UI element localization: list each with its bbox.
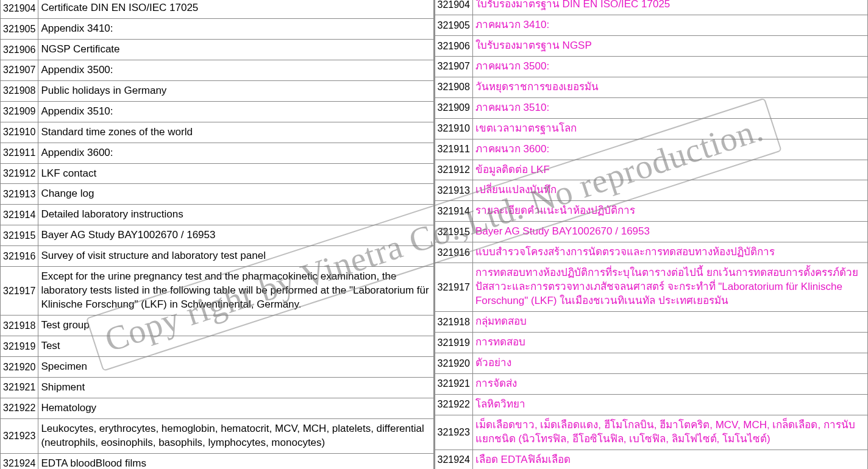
row-text: การทดสอบทางห้องปฏิบัติการที่ระบุในตารางต… bbox=[472, 263, 867, 312]
row-id: 321923 bbox=[1, 418, 38, 453]
row-id: 321915 bbox=[435, 222, 472, 242]
table-row[interactable]: 321923เม็ดเลือดขาว, เม็ดเลือดแดง, ฮีโมโก… bbox=[435, 415, 868, 450]
row-id: 321918 bbox=[435, 312, 472, 333]
row-id: 321914 bbox=[1, 205, 38, 225]
table-row[interactable]: 321920Specimen bbox=[1, 356, 434, 377]
row-text: เขตเวลามาตรฐานโลก bbox=[472, 118, 867, 139]
table-row[interactable]: 321907Appendix 3500: bbox=[1, 60, 434, 80]
row-text: Change log bbox=[38, 184, 433, 205]
table-row[interactable]: 321907ภาคผนวก 3500: bbox=[435, 56, 868, 77]
table-row[interactable]: 321910เขตเวลามาตรฐานโลก bbox=[435, 118, 868, 139]
table-row[interactable]: 321906ใบรับรองมาตรฐาน NGSP bbox=[435, 35, 868, 56]
row-text: LKF contact bbox=[38, 163, 433, 184]
table-row[interactable]: 321922โลหิตวิทยา bbox=[435, 394, 868, 415]
row-id: 321910 bbox=[1, 122, 38, 143]
left-table: 321904Certificate DIN EN ISO/IEC 1702532… bbox=[0, 0, 434, 469]
row-text: ใบรับรองมาตรฐาน DIN EN ISO/IEC 17025 bbox=[472, 0, 867, 15]
row-text: Appendix 3410: bbox=[38, 18, 433, 39]
row-text: ภาคผนวก 3410: bbox=[472, 15, 867, 35]
row-id: 321909 bbox=[435, 97, 472, 118]
row-id: 321921 bbox=[1, 377, 38, 398]
table-row[interactable]: 321918กลุ่มทดสอบ bbox=[435, 312, 868, 333]
row-id: 321920 bbox=[435, 353, 472, 373]
row-text: ตัวอย่าง bbox=[472, 353, 867, 373]
table-row[interactable]: 321921Shipment bbox=[1, 377, 434, 398]
row-id: 321909 bbox=[1, 101, 38, 122]
right-table: 321904ใบรับรองมาตรฐาน DIN EN ISO/IEC 170… bbox=[435, 0, 869, 469]
table-row[interactable]: 321919Test bbox=[1, 336, 434, 356]
table-row[interactable]: 321908Public holidays in Germany bbox=[1, 80, 434, 101]
row-text: ใบรับรองมาตรฐาน NGSP bbox=[472, 35, 867, 56]
row-id: 321905 bbox=[435, 15, 472, 35]
table-row[interactable]: 321916แบบสำรวจโครงสร้างการนัดตรวจและการท… bbox=[435, 242, 868, 263]
row-text: Public holidays in Germany bbox=[38, 80, 433, 101]
table-row[interactable]: 321912LKF contact bbox=[1, 163, 434, 184]
table-row[interactable]: 321910Standard time zones of the world bbox=[1, 122, 434, 143]
table-row[interactable]: 321904ใบรับรองมาตรฐาน DIN EN ISO/IEC 170… bbox=[435, 0, 868, 15]
right-pane[interactable]: 321904ใบรับรองมาตรฐาน DIN EN ISO/IEC 170… bbox=[435, 0, 869, 469]
row-id: 321907 bbox=[1, 60, 38, 80]
row-text: ภาคผนวก 3600: bbox=[472, 139, 867, 160]
table-row[interactable]: 321921การจัดส่ง bbox=[435, 373, 868, 394]
row-id: 321917 bbox=[1, 267, 38, 316]
table-row[interactable]: 321917Except for the urine pregnancy tes… bbox=[1, 267, 434, 316]
row-id: 321916 bbox=[1, 246, 38, 267]
row-id: 321911 bbox=[1, 143, 38, 163]
table-row[interactable]: 321923Leukocytes, erythrocytes, hemoglob… bbox=[1, 418, 434, 453]
row-id: 321914 bbox=[435, 201, 472, 222]
table-row[interactable]: 321918Test group bbox=[1, 316, 434, 336]
row-text: Appendix 3500: bbox=[38, 60, 433, 80]
row-id: 321917 bbox=[435, 263, 472, 312]
table-row[interactable]: 321905Appendix 3410: bbox=[1, 18, 434, 39]
row-id: 321916 bbox=[435, 242, 472, 263]
row-text: การจัดส่ง bbox=[472, 373, 867, 394]
table-row[interactable]: 321909Appendix 3510: bbox=[1, 101, 434, 122]
table-row[interactable]: 321919การทดสอบ bbox=[435, 332, 868, 353]
row-id: 321915 bbox=[1, 225, 38, 246]
table-row[interactable]: 321922Hematology bbox=[1, 398, 434, 418]
table-row[interactable]: 321909ภาคผนวก 3510: bbox=[435, 97, 868, 118]
table-row[interactable]: 321912ข้อมูลติดต่อ LKF bbox=[435, 160, 868, 180]
row-text: เลือด EDTAฟิล์มเลือด bbox=[472, 450, 867, 469]
table-row[interactable]: 321911Appendix 3600: bbox=[1, 143, 434, 163]
row-id: 321921 bbox=[435, 373, 472, 394]
table-row[interactable]: 321920ตัวอย่าง bbox=[435, 353, 868, 373]
table-row[interactable]: 321908วันหยุดราชการของเยอรมัน bbox=[435, 77, 868, 97]
row-text: เปลี่ยนแปลงบันทึก bbox=[472, 180, 867, 201]
row-id: 321913 bbox=[435, 180, 472, 201]
row-text: แบบสำรวจโครงสร้างการนัดตรวจและการทดสอบทา… bbox=[472, 242, 867, 263]
table-row[interactable]: 321924EDTA bloodBlood films bbox=[1, 453, 434, 469]
row-text: NGSP Certificate bbox=[38, 39, 433, 60]
row-id: 321923 bbox=[435, 415, 472, 450]
table-row[interactable]: 321917การทดสอบทางห้องปฏิบัติการที่ระบุใน… bbox=[435, 263, 868, 312]
table-row[interactable]: 321915Bayer AG Study BAY1002670 / 16953 bbox=[435, 222, 868, 242]
row-id: 321913 bbox=[1, 184, 38, 205]
row-id: 321905 bbox=[1, 18, 38, 39]
table-row[interactable]: 321914Detailed laboratory instructions bbox=[1, 205, 434, 225]
table-row[interactable]: 321914รายละเอียดคำแนะนำห้องปฏิบัติการ bbox=[435, 201, 868, 222]
row-text: Survey of visit structure and laboratory… bbox=[38, 246, 433, 267]
table-row[interactable]: 321924เลือด EDTAฟิล์มเลือด bbox=[435, 450, 868, 469]
row-id: 321911 bbox=[435, 139, 472, 160]
row-text: Certificate DIN EN ISO/IEC 17025 bbox=[38, 0, 433, 18]
left-pane[interactable]: 321904Certificate DIN EN ISO/IEC 1702532… bbox=[0, 0, 435, 469]
row-id: 321904 bbox=[435, 0, 472, 15]
row-text: EDTA bloodBlood films bbox=[38, 453, 433, 469]
table-row[interactable]: 321916Survey of visit structure and labo… bbox=[1, 246, 434, 267]
row-id: 321924 bbox=[1, 453, 38, 469]
row-id: 321906 bbox=[1, 39, 38, 60]
table-row[interactable]: 321905ภาคผนวก 3410: bbox=[435, 15, 868, 35]
row-text: โลหิตวิทยา bbox=[472, 394, 867, 415]
row-id: 321908 bbox=[435, 77, 472, 97]
row-text: Test group bbox=[38, 316, 433, 336]
row-id: 321919 bbox=[1, 336, 38, 356]
table-row[interactable]: 321915Bayer AG Study BAY1002670 / 16953 bbox=[1, 225, 434, 246]
table-row[interactable]: 321913Change log bbox=[1, 184, 434, 205]
table-row[interactable]: 321904Certificate DIN EN ISO/IEC 17025 bbox=[1, 0, 434, 18]
row-text: Leukocytes, erythrocytes, hemoglobin, he… bbox=[38, 418, 433, 453]
table-row[interactable]: 321906NGSP Certificate bbox=[1, 39, 434, 60]
table-row[interactable]: 321911ภาคผนวก 3600: bbox=[435, 139, 868, 160]
row-text: Detailed laboratory instructions bbox=[38, 205, 433, 225]
row-id: 321922 bbox=[1, 398, 38, 418]
table-row[interactable]: 321913เปลี่ยนแปลงบันทึก bbox=[435, 180, 868, 201]
